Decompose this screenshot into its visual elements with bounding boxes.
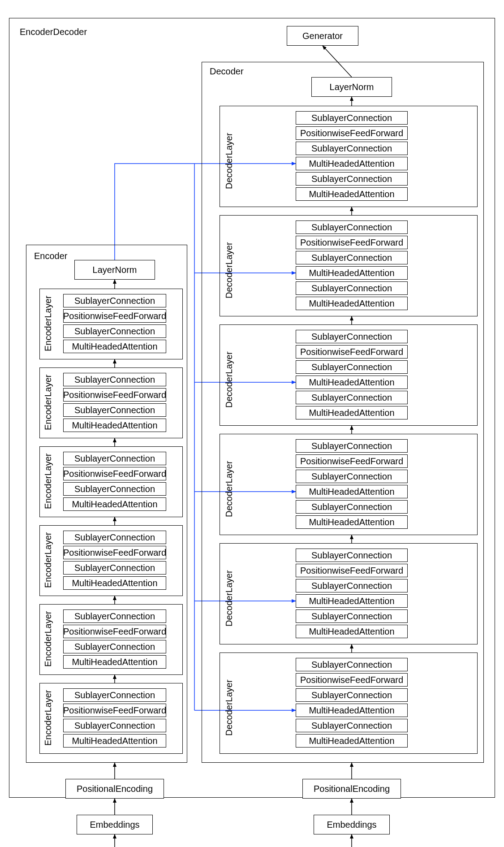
decoder-block-box: PositionwiseFeedForward — [296, 236, 408, 249]
encoder-posenc-box: PositionalEncoding — [65, 779, 164, 799]
decoder-block-box: MultiHeadedAttention — [296, 734, 408, 748]
decoder-block-box: SublayerConnection — [296, 391, 408, 404]
decoder-block-box: MultiHeadedAttention — [296, 485, 408, 498]
decoder-block-box: PositionwiseFeedForward — [296, 564, 408, 577]
decoder-block-box: SublayerConnection — [296, 330, 408, 343]
decoder-block-box: SublayerConnection — [296, 658, 408, 671]
decoder-block-box: SublayerConnection — [296, 251, 408, 264]
encoder-layer-label: EncoderLayer — [43, 374, 53, 430]
decoder-block-box: MultiHeadedAttention — [296, 625, 408, 638]
decoder-label: Decoder — [210, 66, 244, 77]
encoder-layer-label: EncoderLayer — [43, 690, 53, 746]
decoder-block-box: SublayerConnection — [296, 111, 408, 125]
encoder-block-box: MultiHeadedAttention — [63, 734, 166, 748]
decoder-block-box: SublayerConnection — [296, 688, 408, 702]
decoder-block-box: SublayerConnection — [296, 142, 408, 155]
decoder-block-box: MultiHeadedAttention — [296, 515, 408, 529]
decoder-block-box: SublayerConnection — [296, 439, 408, 453]
encoder-block-box: SublayerConnection — [63, 373, 166, 386]
encoder-block-box: SublayerConnection — [63, 403, 166, 417]
encoder-block-box: SublayerConnection — [63, 719, 166, 732]
decoder-layer-label: DecoderLayer — [224, 351, 234, 408]
decoder-layer-label: DecoderLayer — [224, 570, 234, 627]
generator-box: Generator — [287, 26, 358, 46]
decoder-block-box: SublayerConnection — [296, 220, 408, 234]
decoder-layer-label: DecoderLayer — [224, 461, 234, 517]
encoder-label: Encoder — [34, 251, 68, 261]
decoder-block-box: PositionwiseFeedForward — [296, 345, 408, 359]
encoder-block-box: SublayerConnection — [63, 482, 166, 496]
encoder-block-box: MultiHeadedAttention — [63, 419, 166, 432]
encoder-layer-label: EncoderLayer — [43, 295, 53, 351]
encoder-block-box: SublayerConnection — [63, 452, 166, 465]
encoder-block-box: MultiHeadedAttention — [63, 655, 166, 669]
encoder-block-box: PositionwiseFeedForward — [63, 388, 166, 402]
decoder-layer-label: DecoderLayer — [224, 133, 234, 189]
encoder-layer-label: EncoderLayer — [43, 453, 53, 509]
encoder-block-box: PositionwiseFeedForward — [63, 546, 166, 559]
decoder-embeddings-box: Embeddings — [314, 815, 390, 834]
encoder-block-box: PositionwiseFeedForward — [63, 704, 166, 717]
encoder-block-box: SublayerConnection — [63, 640, 166, 653]
encoder-block-box: SublayerConnection — [63, 561, 166, 575]
decoder-block-box: PositionwiseFeedForward — [296, 673, 408, 687]
decoder-block-box: SublayerConnection — [296, 281, 408, 295]
decoder-block-box: MultiHeadedAttention — [296, 406, 408, 419]
encoder-block-box: PositionwiseFeedForward — [63, 309, 166, 323]
decoder-block-box: SublayerConnection — [296, 549, 408, 562]
decoder-layer-label: DecoderLayer — [224, 242, 234, 298]
decoder-block-box: MultiHeadedAttention — [296, 704, 408, 717]
decoder-block-box: PositionwiseFeedForward — [296, 126, 408, 140]
decoder-posenc-box: PositionalEncoding — [302, 779, 401, 799]
encoder-layer-label: EncoderLayer — [43, 611, 53, 667]
encoder-block-box: MultiHeadedAttention — [63, 340, 166, 353]
encoder-layer-label: EncoderLayer — [43, 532, 53, 588]
decoder-layernorm-box: LayerNorm — [311, 77, 392, 97]
decoder-block-box: MultiHeadedAttention — [296, 187, 408, 201]
decoder-layer-label: DecoderLayer — [224, 679, 234, 736]
encoder-block-box: PositionwiseFeedForward — [63, 467, 166, 480]
decoder-block-box: MultiHeadedAttention — [296, 297, 408, 310]
encoder-block-box: SublayerConnection — [63, 609, 166, 623]
encoder-decoder-label: EncoderDecoder — [20, 27, 87, 37]
encoder-block-box: PositionwiseFeedForward — [63, 625, 166, 638]
encoder-block-box: SublayerConnection — [63, 531, 166, 544]
encoder-block-box: MultiHeadedAttention — [63, 497, 166, 511]
encoder-embeddings-box: Embeddings — [77, 815, 153, 834]
decoder-block-box: SublayerConnection — [296, 172, 408, 186]
decoder-block-box: SublayerConnection — [296, 500, 408, 514]
decoder-block-box: SublayerConnection — [296, 470, 408, 483]
decoder-block-box: MultiHeadedAttention — [296, 376, 408, 389]
decoder-block-box: MultiHeadedAttention — [296, 594, 408, 608]
decoder-block-box: MultiHeadedAttention — [296, 157, 408, 170]
decoder-block-box: SublayerConnection — [296, 719, 408, 732]
decoder-block-box: PositionwiseFeedForward — [296, 454, 408, 468]
encoder-block-box: SublayerConnection — [63, 324, 166, 338]
encoder-block-box: SublayerConnection — [63, 688, 166, 702]
decoder-block-box: SublayerConnection — [296, 360, 408, 374]
decoder-block-box: SublayerConnection — [296, 579, 408, 592]
encoder-block-box: SublayerConnection — [63, 294, 166, 307]
encoder-layernorm-box: LayerNorm — [74, 260, 155, 280]
decoder-block-box: MultiHeadedAttention — [296, 266, 408, 280]
encoder-block-box: MultiHeadedAttention — [63, 576, 166, 590]
decoder-block-box: SublayerConnection — [296, 609, 408, 623]
